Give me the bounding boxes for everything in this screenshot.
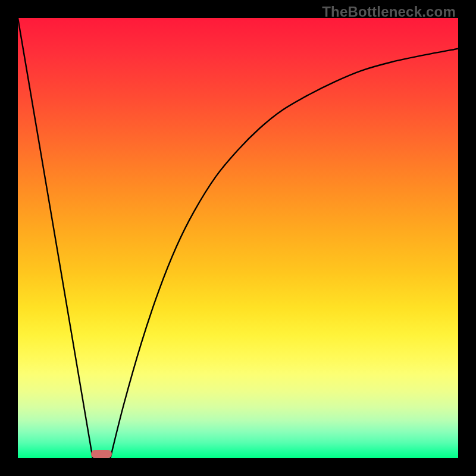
curve-left-segment	[18, 18, 93, 458]
curve-right-segment	[110, 49, 458, 458]
chart-frame: TheBottleneck.com	[0, 0, 476, 476]
watermark-text: TheBottleneck.com	[322, 4, 456, 20]
curve-layer	[18, 18, 458, 458]
highlight-marker	[91, 450, 112, 458]
plot-area	[18, 18, 458, 458]
